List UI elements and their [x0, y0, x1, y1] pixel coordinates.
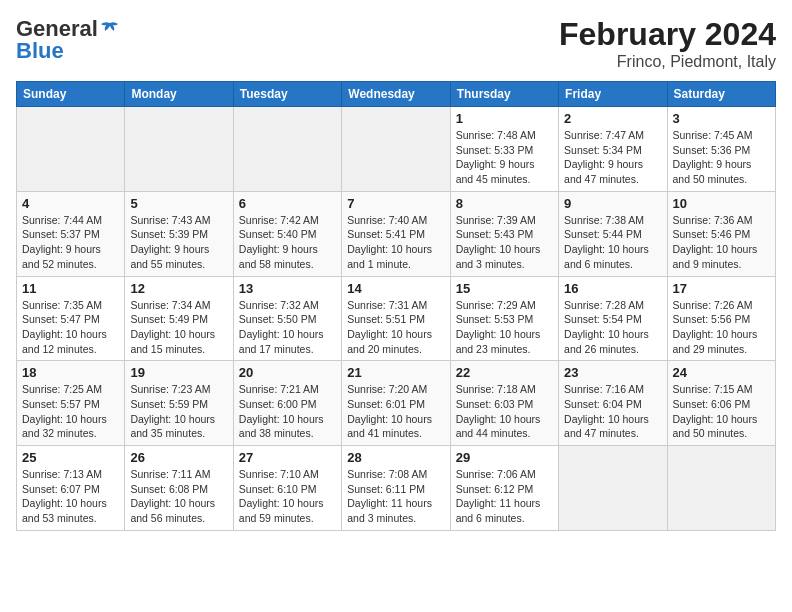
day-info: Sunrise: 7:34 AMSunset: 5:49 PMDaylight:…	[130, 298, 227, 357]
calendar-cell: 11Sunrise: 7:35 AMSunset: 5:47 PMDayligh…	[17, 276, 125, 361]
day-number: 8	[456, 196, 553, 211]
day-info: Sunrise: 7:20 AMSunset: 6:01 PMDaylight:…	[347, 382, 444, 441]
day-info: Sunrise: 7:23 AMSunset: 5:59 PMDaylight:…	[130, 382, 227, 441]
calendar-cell: 24Sunrise: 7:15 AMSunset: 6:06 PMDayligh…	[667, 361, 775, 446]
day-number: 26	[130, 450, 227, 465]
calendar-cell: 27Sunrise: 7:10 AMSunset: 6:10 PMDayligh…	[233, 446, 341, 531]
day-number: 7	[347, 196, 444, 211]
day-number: 10	[673, 196, 770, 211]
day-number: 29	[456, 450, 553, 465]
day-number: 11	[22, 281, 119, 296]
day-number: 14	[347, 281, 444, 296]
logo-bird-icon	[100, 21, 120, 37]
day-info: Sunrise: 7:10 AMSunset: 6:10 PMDaylight:…	[239, 467, 336, 526]
day-info: Sunrise: 7:39 AMSunset: 5:43 PMDaylight:…	[456, 213, 553, 272]
day-info: Sunrise: 7:08 AMSunset: 6:11 PMDaylight:…	[347, 467, 444, 526]
day-number: 15	[456, 281, 553, 296]
day-number: 17	[673, 281, 770, 296]
day-info: Sunrise: 7:29 AMSunset: 5:53 PMDaylight:…	[456, 298, 553, 357]
calendar-cell: 28Sunrise: 7:08 AMSunset: 6:11 PMDayligh…	[342, 446, 450, 531]
day-number: 24	[673, 365, 770, 380]
calendar-cell: 9Sunrise: 7:38 AMSunset: 5:44 PMDaylight…	[559, 191, 667, 276]
day-number: 13	[239, 281, 336, 296]
logo-blue: Blue	[16, 38, 64, 64]
calendar-cell: 3Sunrise: 7:45 AMSunset: 5:36 PMDaylight…	[667, 107, 775, 192]
calendar-cell: 4Sunrise: 7:44 AMSunset: 5:37 PMDaylight…	[17, 191, 125, 276]
day-number: 20	[239, 365, 336, 380]
calendar-week-2: 4Sunrise: 7:44 AMSunset: 5:37 PMDaylight…	[17, 191, 776, 276]
day-info: Sunrise: 7:36 AMSunset: 5:46 PMDaylight:…	[673, 213, 770, 272]
day-number: 9	[564, 196, 661, 211]
day-number: 12	[130, 281, 227, 296]
calendar-cell: 7Sunrise: 7:40 AMSunset: 5:41 PMDaylight…	[342, 191, 450, 276]
day-number: 27	[239, 450, 336, 465]
column-header-sunday: Sunday	[17, 82, 125, 107]
day-number: 22	[456, 365, 553, 380]
day-info: Sunrise: 7:44 AMSunset: 5:37 PMDaylight:…	[22, 213, 119, 272]
calendar-week-1: 1Sunrise: 7:48 AMSunset: 5:33 PMDaylight…	[17, 107, 776, 192]
day-number: 28	[347, 450, 444, 465]
calendar-cell	[233, 107, 341, 192]
calendar-cell: 21Sunrise: 7:20 AMSunset: 6:01 PMDayligh…	[342, 361, 450, 446]
day-info: Sunrise: 7:48 AMSunset: 5:33 PMDaylight:…	[456, 128, 553, 187]
day-info: Sunrise: 7:25 AMSunset: 5:57 PMDaylight:…	[22, 382, 119, 441]
day-number: 16	[564, 281, 661, 296]
calendar-cell	[17, 107, 125, 192]
day-number: 18	[22, 365, 119, 380]
day-info: Sunrise: 7:11 AMSunset: 6:08 PMDaylight:…	[130, 467, 227, 526]
calendar-cell: 1Sunrise: 7:48 AMSunset: 5:33 PMDaylight…	[450, 107, 558, 192]
column-header-tuesday: Tuesday	[233, 82, 341, 107]
page-header: General Blue February 2024 Frinco, Piedm…	[16, 16, 776, 71]
calendar-cell: 23Sunrise: 7:16 AMSunset: 6:04 PMDayligh…	[559, 361, 667, 446]
calendar-cell: 17Sunrise: 7:26 AMSunset: 5:56 PMDayligh…	[667, 276, 775, 361]
day-number: 5	[130, 196, 227, 211]
day-number: 4	[22, 196, 119, 211]
calendar-header-row: SundayMondayTuesdayWednesdayThursdayFrid…	[17, 82, 776, 107]
calendar-cell: 26Sunrise: 7:11 AMSunset: 6:08 PMDayligh…	[125, 446, 233, 531]
day-number: 25	[22, 450, 119, 465]
calendar-week-5: 25Sunrise: 7:13 AMSunset: 6:07 PMDayligh…	[17, 446, 776, 531]
column-header-friday: Friday	[559, 82, 667, 107]
day-number: 2	[564, 111, 661, 126]
calendar-cell: 20Sunrise: 7:21 AMSunset: 6:00 PMDayligh…	[233, 361, 341, 446]
day-info: Sunrise: 7:21 AMSunset: 6:00 PMDaylight:…	[239, 382, 336, 441]
day-info: Sunrise: 7:31 AMSunset: 5:51 PMDaylight:…	[347, 298, 444, 357]
column-header-monday: Monday	[125, 82, 233, 107]
calendar-cell: 8Sunrise: 7:39 AMSunset: 5:43 PMDaylight…	[450, 191, 558, 276]
calendar-cell: 18Sunrise: 7:25 AMSunset: 5:57 PMDayligh…	[17, 361, 125, 446]
calendar-cell: 6Sunrise: 7:42 AMSunset: 5:40 PMDaylight…	[233, 191, 341, 276]
calendar-cell: 5Sunrise: 7:43 AMSunset: 5:39 PMDaylight…	[125, 191, 233, 276]
calendar-cell: 12Sunrise: 7:34 AMSunset: 5:49 PMDayligh…	[125, 276, 233, 361]
day-info: Sunrise: 7:38 AMSunset: 5:44 PMDaylight:…	[564, 213, 661, 272]
day-number: 3	[673, 111, 770, 126]
calendar-week-4: 18Sunrise: 7:25 AMSunset: 5:57 PMDayligh…	[17, 361, 776, 446]
calendar-cell: 13Sunrise: 7:32 AMSunset: 5:50 PMDayligh…	[233, 276, 341, 361]
day-number: 19	[130, 365, 227, 380]
calendar-cell: 14Sunrise: 7:31 AMSunset: 5:51 PMDayligh…	[342, 276, 450, 361]
day-info: Sunrise: 7:13 AMSunset: 6:07 PMDaylight:…	[22, 467, 119, 526]
day-info: Sunrise: 7:42 AMSunset: 5:40 PMDaylight:…	[239, 213, 336, 272]
title-block: February 2024 Frinco, Piedmont, Italy	[559, 16, 776, 71]
page-title: February 2024	[559, 16, 776, 53]
day-number: 1	[456, 111, 553, 126]
logo: General Blue	[16, 16, 120, 64]
calendar-cell: 15Sunrise: 7:29 AMSunset: 5:53 PMDayligh…	[450, 276, 558, 361]
calendar-week-3: 11Sunrise: 7:35 AMSunset: 5:47 PMDayligh…	[17, 276, 776, 361]
page-subtitle: Frinco, Piedmont, Italy	[559, 53, 776, 71]
day-info: Sunrise: 7:45 AMSunset: 5:36 PMDaylight:…	[673, 128, 770, 187]
day-info: Sunrise: 7:32 AMSunset: 5:50 PMDaylight:…	[239, 298, 336, 357]
day-info: Sunrise: 7:35 AMSunset: 5:47 PMDaylight:…	[22, 298, 119, 357]
day-number: 6	[239, 196, 336, 211]
calendar-cell	[667, 446, 775, 531]
day-number: 23	[564, 365, 661, 380]
day-info: Sunrise: 7:43 AMSunset: 5:39 PMDaylight:…	[130, 213, 227, 272]
calendar-cell	[559, 446, 667, 531]
day-info: Sunrise: 7:15 AMSunset: 6:06 PMDaylight:…	[673, 382, 770, 441]
calendar-cell: 2Sunrise: 7:47 AMSunset: 5:34 PMDaylight…	[559, 107, 667, 192]
calendar-cell: 22Sunrise: 7:18 AMSunset: 6:03 PMDayligh…	[450, 361, 558, 446]
day-info: Sunrise: 7:26 AMSunset: 5:56 PMDaylight:…	[673, 298, 770, 357]
calendar-cell: 25Sunrise: 7:13 AMSunset: 6:07 PMDayligh…	[17, 446, 125, 531]
day-info: Sunrise: 7:28 AMSunset: 5:54 PMDaylight:…	[564, 298, 661, 357]
day-info: Sunrise: 7:06 AMSunset: 6:12 PMDaylight:…	[456, 467, 553, 526]
column-header-saturday: Saturday	[667, 82, 775, 107]
